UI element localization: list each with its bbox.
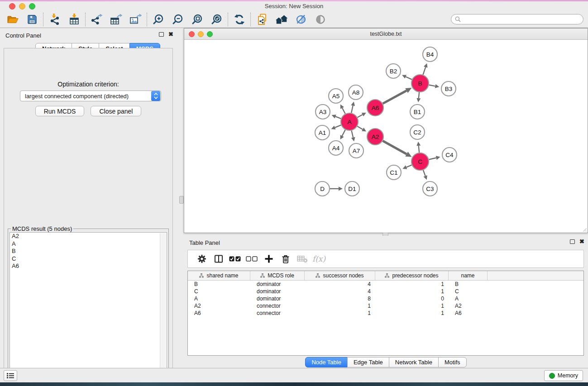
column-header-shared-name[interactable]: shared name [188, 271, 250, 280]
edge-A-A5[interactable] [342, 108, 345, 114]
edge-B-B1[interactable] [419, 92, 419, 98]
cell[interactable]: 1 [375, 288, 449, 295]
hide-graphics-details-button[interactable] [291, 12, 311, 27]
tab-network-table[interactable]: Network Table [389, 357, 439, 367]
cell[interactable]: A6 [188, 310, 250, 316]
column-header-predecessor-nodes[interactable]: predecessor nodes [375, 271, 449, 280]
edge-C-C2[interactable] [419, 146, 419, 152]
edge-A-A4[interactable] [342, 130, 345, 136]
tab-edge-table[interactable]: Edge Table [347, 357, 389, 367]
network-graph[interactable]: B4B2BB3A8A5A6A3B1AA1C2A2A4A7C4CC1C3DD1 [184, 40, 588, 233]
cell[interactable]: A [449, 295, 488, 302]
export-image-button[interactable] [126, 12, 145, 27]
column-header-name[interactable]: name [449, 271, 488, 280]
result-scrollbar[interactable] [160, 233, 166, 371]
vertical-splitter-handle[interactable] [179, 196, 184, 204]
clone-network-button[interactable] [252, 12, 272, 27]
cell[interactable]: A2 [188, 303, 250, 309]
network-canvas[interactable]: B4B2BB3A8A5A6A3B1AA1C2A2A4A7C4CC1C3DD1 [184, 40, 588, 233]
optimization-criterion-select[interactable]: largest connected component (directed) [20, 91, 161, 101]
cell[interactable]: connector [250, 303, 305, 309]
float-table-panel-icon[interactable] [570, 239, 575, 244]
edge-A-A6[interactable] [358, 114, 363, 117]
delete-column-button[interactable] [277, 252, 294, 266]
cell[interactable]: A6 [449, 310, 488, 316]
edge-C-C4[interactable] [429, 158, 436, 160]
save-session-button[interactable] [22, 12, 42, 27]
mcds-result-item[interactable]: B [10, 248, 167, 255]
close-panel-button[interactable]: Close panel [91, 106, 141, 116]
mcds-result-item[interactable]: C [10, 255, 167, 263]
refresh-button[interactable] [229, 12, 249, 27]
zoom-selected-button[interactable] [207, 12, 226, 27]
table-row[interactable]: Bdominator41B [188, 281, 583, 288]
import-table-button[interactable] [64, 12, 84, 27]
column-header-successor-nodes[interactable]: successor nodes [305, 271, 375, 280]
run-mcds-button[interactable]: Run MCDS [35, 106, 85, 116]
export-network-button[interactable] [87, 12, 106, 27]
show-columns-button[interactable] [210, 252, 227, 266]
edge-A-A7[interactable] [352, 130, 354, 137]
deselect-all-columns-button[interactable] [244, 252, 260, 266]
cell[interactable]: A [188, 295, 250, 302]
cell[interactable]: dominator [250, 281, 305, 287]
tab-motifs[interactable]: Motifs [438, 357, 467, 367]
cell[interactable]: connector [250, 310, 305, 316]
memory-button[interactable]: Memory [544, 370, 583, 381]
cell[interactable]: 8 [305, 295, 375, 302]
edge-A-A8[interactable] [351, 105, 353, 113]
show-graphics-details-button[interactable] [311, 12, 330, 27]
mcds-result-item[interactable]: A [10, 240, 167, 248]
edge-A-A1[interactable] [335, 125, 341, 127]
select-all-columns-button[interactable] [227, 252, 244, 266]
home-layout-button[interactable] [272, 12, 291, 27]
cell[interactable]: 4 [305, 281, 375, 287]
search-input[interactable] [463, 16, 583, 23]
open-session-button[interactable] [3, 12, 22, 27]
edge-A6-B[interactable] [383, 91, 406, 104]
edge-B-B2[interactable] [406, 76, 412, 79]
column-header-MCDS-role[interactable]: MCDS role [250, 271, 305, 280]
cell[interactable]: 0 [375, 295, 449, 302]
cell[interactable]: 4 [305, 288, 375, 295]
table-row[interactable]: A2connector11A2 [188, 302, 583, 310]
cell[interactable]: C [449, 288, 488, 295]
cell[interactable]: 1 [375, 303, 449, 309]
cell[interactable]: C [188, 288, 250, 295]
close-table-panel-icon[interactable]: ✖ [579, 239, 584, 244]
mcds-result-item[interactable]: A6 [10, 262, 167, 270]
close-panel-icon[interactable]: ✖ [168, 32, 173, 37]
edge-C-C1[interactable] [406, 165, 412, 167]
table-settings-button[interactable] [193, 252, 210, 266]
create-column-button[interactable] [260, 252, 277, 266]
task-history-button[interactable] [4, 370, 17, 381]
tab-node-table[interactable]: Node Table [305, 357, 348, 367]
edge-B-B3[interactable] [429, 85, 435, 86]
table-row[interactable]: Adominator80A [188, 295, 583, 302]
float-panel-icon[interactable] [159, 32, 164, 37]
zoom-in-button[interactable] [148, 12, 168, 27]
export-table-button[interactable] [106, 12, 126, 27]
resize-grip-icon[interactable] [582, 227, 587, 232]
cell[interactable]: 1 [305, 310, 375, 316]
table-row[interactable]: Cdominator41C [188, 288, 583, 295]
zoom-out-button[interactable] [168, 12, 187, 27]
edge-A-A3[interactable] [335, 116, 341, 119]
cell[interactable]: A2 [449, 303, 488, 309]
cell[interactable]: 1 [375, 310, 449, 316]
network-window-titlebar[interactable]: testGlobe.txt [184, 29, 588, 40]
table-row[interactable]: A6connector11A6 [188, 310, 583, 317]
cell[interactable]: B [188, 281, 250, 287]
cell[interactable]: B [449, 281, 488, 287]
mcds-result-item[interactable]: A2 [10, 233, 167, 240]
cell[interactable]: dominator [250, 295, 305, 302]
edge-A2-C[interactable] [383, 141, 407, 154]
edge-A-A2[interactable] [357, 126, 363, 129]
cell[interactable]: dominator [250, 288, 305, 295]
mcds-result-list[interactable]: A2ABCA6 [10, 232, 167, 372]
cell[interactable]: 1 [375, 281, 449, 287]
edge-C-C3[interactable] [423, 170, 425, 176]
import-network-button[interactable] [45, 12, 64, 27]
zoom-fit-button[interactable] [187, 12, 207, 27]
edge-B-B4[interactable] [423, 67, 426, 75]
